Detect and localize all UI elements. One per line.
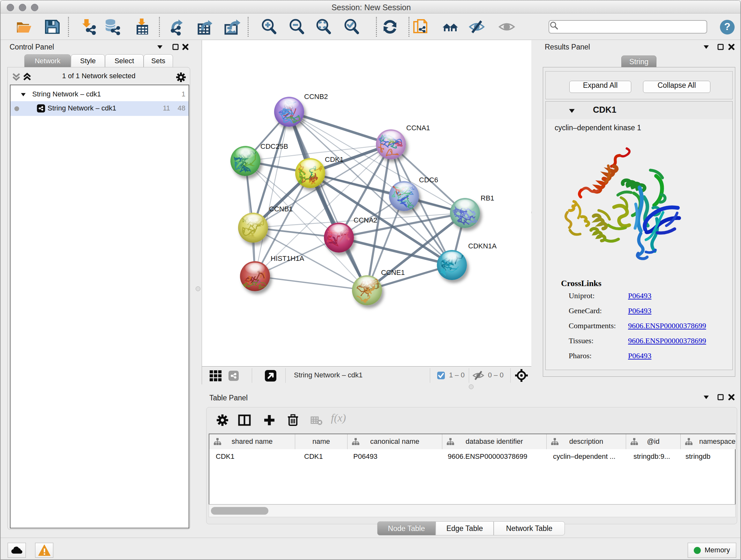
svg-text:?: ? (724, 21, 731, 32)
